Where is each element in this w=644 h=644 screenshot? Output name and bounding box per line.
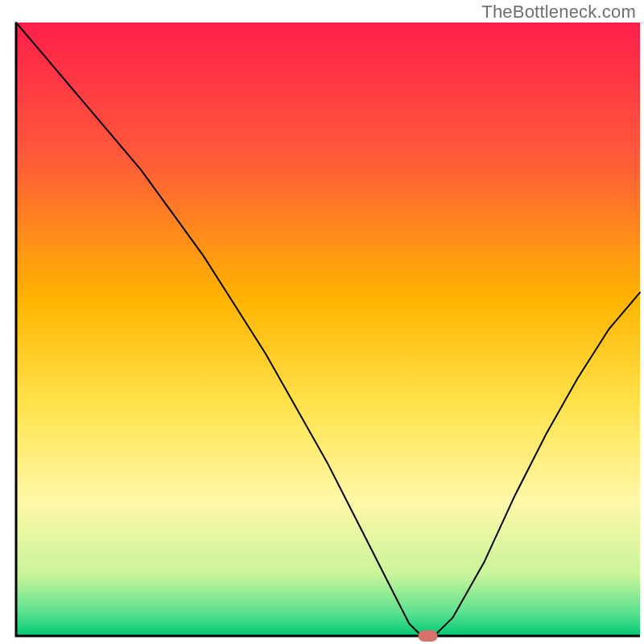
sweet-spot-marker	[419, 630, 438, 642]
chart-container: TheBottleneck.com	[0, 0, 644, 644]
bottleneck-chart	[0, 0, 644, 644]
gradient-background	[16, 23, 640, 636]
